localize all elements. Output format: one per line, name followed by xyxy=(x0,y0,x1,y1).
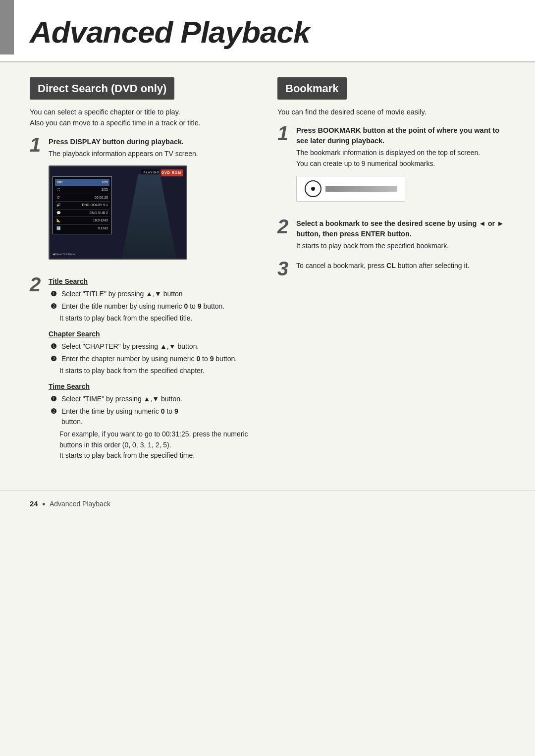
tv-menu-row-sub: 💬ENG SUB 2 xyxy=(55,210,109,217)
right-step-3-content: To cancel a bookmark, press CL button af… xyxy=(296,261,505,271)
chapter-search-text-2: Enter the chapter number by using numeri… xyxy=(61,354,237,365)
time-search-result: It starts to play back from the specifie… xyxy=(49,450,258,461)
tv-menu-row-title: Title1/55 xyxy=(55,179,109,187)
bookmark-progress-bar xyxy=(325,186,397,192)
step-2-content: Title Search ❶ Select "TITLE" by pressin… xyxy=(49,276,258,466)
left-step-1: 1 Press DISPLAY button during playback. … xyxy=(30,137,258,268)
header-accent-bar xyxy=(0,0,14,54)
chapter-search-text-1: Select "CHAPTER" by pressing ▲,▼ button. xyxy=(61,341,199,352)
tv-help-text: ◀Move 0-9 Enter xyxy=(53,252,75,257)
right-step-1-text2: You can create up to 9 numerical bookmar… xyxy=(296,159,505,169)
tv-person-figure xyxy=(122,174,176,259)
right-step-1-text1: The bookmark information is displayed on… xyxy=(296,148,505,159)
bullet-icon-1: ❶ xyxy=(51,289,58,300)
time-search-bullet-2: ❷ Enter the time by using numeric 0 to 9… xyxy=(49,406,258,428)
page-number: 24 xyxy=(30,498,38,510)
right-step-2-text: It starts to play back from the specifie… xyxy=(296,241,505,252)
chapter-search-result: It starts to play back from the specifie… xyxy=(49,366,258,377)
time-search-bullet-1: ❶ Select "TIME" by pressing ▲,▼ button. xyxy=(49,394,258,405)
bookmark-dot xyxy=(311,187,315,191)
left-column: Direct Search (DVD only) You can select … xyxy=(30,77,258,475)
title-search-result: It starts to play back from the specifie… xyxy=(49,313,258,324)
right-step-1-number: 1 xyxy=(277,123,291,143)
left-section-intro: You can select a specific chapter or tit… xyxy=(30,107,258,129)
time-search-text-1: Select "TIME" by pressing ▲,▼ button. xyxy=(61,394,182,405)
tv-menu-row-time: ⏱00:00:20 xyxy=(55,194,109,202)
page-header: Advanced Playback xyxy=(0,0,535,62)
main-content: Direct Search (DVD only) You can select … xyxy=(0,62,535,490)
right-step-3: 3 To cancel a bookmark, press CL button … xyxy=(277,261,505,278)
right-step-1-content: Press BOOKMARK button at the point of wh… xyxy=(296,125,505,210)
tv-menu-row-num: 🔢0 END xyxy=(55,225,109,232)
time-search-text-2: Enter the time by using numeric 0 to 9bu… xyxy=(61,406,178,428)
chapter-bullet-icon-1: ❶ xyxy=(51,341,58,352)
right-section-title: Bookmark xyxy=(277,77,347,100)
right-step-2-number: 2 xyxy=(277,216,291,236)
time-search-heading: Time Search xyxy=(49,381,258,392)
time-bullet-icon-1: ❶ xyxy=(51,394,58,405)
bullet-icon-2: ❷ xyxy=(51,301,58,312)
footer-text: Advanced Playback xyxy=(50,499,110,509)
right-step-2-content: Select a bookmark to see the desired sce… xyxy=(296,218,505,251)
bookmark-circle-icon xyxy=(305,180,321,197)
right-section-intro: You can find the desired scene of movie … xyxy=(277,107,505,117)
right-step-2-heading: Select a bookmark to see the desired sce… xyxy=(296,218,505,239)
title-search-section: Title Search ❶ Select "TITLE" by pressin… xyxy=(49,276,258,324)
step-1-heading: Press DISPLAY button during playback. xyxy=(49,137,258,147)
time-bullet-icon-2: ❷ xyxy=(51,406,58,428)
tv-screen-image: DVD ROM PLAYING Title1/55 🎵1/55 ⏱00:00:2… xyxy=(49,165,187,260)
tv-menu-row-chapter: 🎵1/55 xyxy=(55,186,109,194)
page-title: Advanced Playback xyxy=(30,9,505,61)
bookmark-icon-display xyxy=(296,176,405,202)
chapter-search-section: Chapter Search ❶ Select "CHAPTER" by pre… xyxy=(49,329,258,377)
right-step-2: 2 Select a bookmark to see the desired s… xyxy=(277,218,505,251)
tv-menu-row-audio: 🔊ENG DOLBY 5.1 xyxy=(55,202,109,210)
right-column: Bookmark You can find the desired scene … xyxy=(277,77,505,475)
step-2-number: 2 xyxy=(30,274,44,294)
chapter-search-bullet-2: ❷ Enter the chapter number by using nume… xyxy=(49,354,258,365)
chapter-search-heading: Chapter Search xyxy=(49,329,258,339)
footer-bullet: ● xyxy=(42,499,46,508)
right-step-1-heading: Press BOOKMARK button at the point of wh… xyxy=(296,125,505,146)
right-step-1: 1 Press BOOKMARK button at the point of … xyxy=(277,125,505,210)
chapter-search-bullet-1: ❶ Select "CHAPTER" by pressing ▲,▼ butto… xyxy=(49,341,258,352)
time-search-example: For example, if you want to go to 00:31:… xyxy=(49,429,258,450)
title-search-text-2: Enter the title number by using numeric … xyxy=(61,301,224,312)
time-search-section: Time Search ❶ Select "TIME" by pressing … xyxy=(49,381,258,461)
right-step-3-number: 3 xyxy=(277,259,291,278)
tv-menu-row-ratio: 📐16:9 END xyxy=(55,217,109,225)
title-search-text-1: Select "TITLE" by pressing ▲,▼ button xyxy=(61,289,183,300)
dvd-badge: DVD ROM xyxy=(160,169,183,177)
tv-menu-overlay: Title1/55 🎵1/55 ⏱00:00:20 🔊ENG DOLBY 5.1 xyxy=(53,176,112,235)
title-search-bullet-2: ❷ Enter the title number by using numeri… xyxy=(49,301,258,312)
right-step-3-text: To cancel a bookmark, press CL button af… xyxy=(296,261,505,271)
left-section-title: Direct Search (DVD only) xyxy=(30,77,174,100)
left-step-2: 2 Title Search ❶ Select "TITLE" by press… xyxy=(30,276,258,466)
step-1-content: Press DISPLAY button during playback. Th… xyxy=(49,137,258,268)
page-footer: 24 ● Advanced Playback xyxy=(0,490,535,518)
title-search-bullet-1: ❶ Select "TITLE" by pressing ▲,▼ button xyxy=(49,289,258,300)
step-1-text: The playback information appears on TV s… xyxy=(49,149,258,160)
title-search-heading: Title Search xyxy=(49,276,258,287)
step-1-number: 1 xyxy=(30,135,44,155)
chapter-bullet-icon-2: ❷ xyxy=(51,354,58,365)
